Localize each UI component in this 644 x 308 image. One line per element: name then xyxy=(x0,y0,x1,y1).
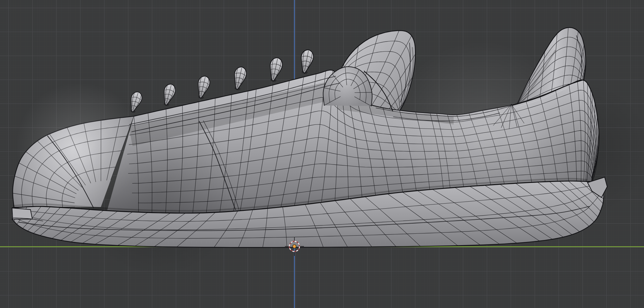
cursor-center-dot xyxy=(293,245,296,248)
viewport-canvas[interactable] xyxy=(0,0,644,308)
blender-viewport[interactable] xyxy=(0,0,644,308)
